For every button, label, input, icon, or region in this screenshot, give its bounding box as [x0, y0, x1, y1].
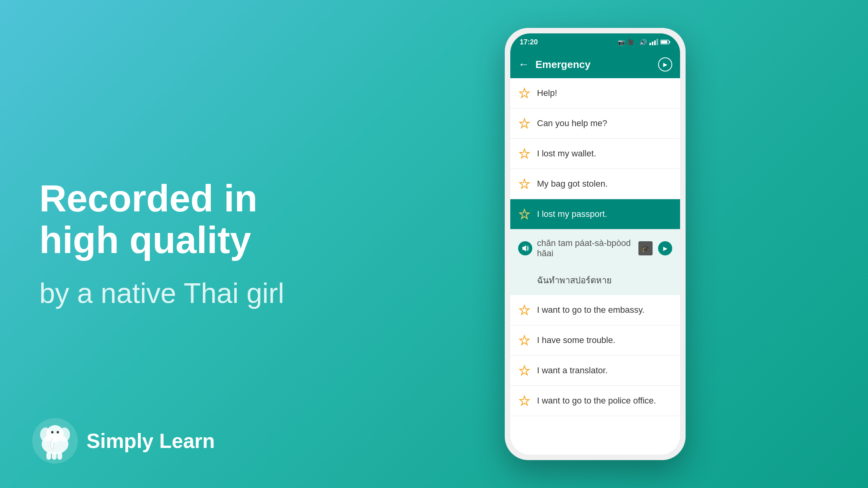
- play-icon[interactable]: ▶: [658, 241, 672, 255]
- learn-icon[interactable]: 🎓: [638, 241, 653, 255]
- header-title: Emergency: [535, 59, 658, 71]
- logo-text: Simply Learn: [86, 429, 215, 453]
- svg-rect-8: [52, 452, 57, 460]
- pronunciation-text: chăn tam páat-sà-bpòod hăai: [537, 238, 638, 259]
- action-icons: 🎓 ▶: [638, 241, 672, 255]
- svg-rect-11: [652, 42, 653, 45]
- phrases-list[interactable]: Help! Can you help me? I lost my wallet.: [510, 78, 680, 455]
- list-item[interactable]: I want to go to the police office.: [510, 386, 680, 416]
- star-icon: [518, 334, 531, 347]
- status-icons: 📷 🎥 🔊: [618, 39, 671, 46]
- svg-point-5: [51, 431, 53, 433]
- speaker-icon[interactable]: [518, 241, 532, 255]
- star-icon: [518, 117, 531, 130]
- star-icon: [518, 87, 531, 99]
- back-button[interactable]: ←: [518, 58, 529, 71]
- svg-rect-15: [669, 41, 670, 43]
- list-item[interactable]: I have some trouble.: [510, 325, 680, 356]
- phrase-text: I lost my wallet.: [537, 149, 596, 159]
- phrase-text: Can you help me?: [537, 118, 607, 128]
- phrase-text: I want to go to the police office.: [537, 396, 656, 406]
- phone-screen: 17:20 📷 🎥 🔊: [510, 33, 680, 455]
- status-time: 17:20: [520, 38, 538, 46]
- app-header: ← Emergency ▶: [510, 51, 680, 78]
- signal-icon: [649, 39, 658, 45]
- svg-rect-12: [654, 40, 656, 45]
- svg-point-6: [57, 431, 59, 433]
- list-item[interactable]: I want to go to the embassy.: [510, 295, 680, 325]
- list-item[interactable]: Can you help me?: [510, 108, 680, 139]
- main-title: Recorded in high quality: [39, 178, 257, 261]
- phrase-text: Help!: [537, 88, 557, 98]
- phrase-text: My bag got stolen.: [537, 179, 608, 189]
- svg-rect-16: [661, 41, 668, 44]
- camera-icon: 📷: [618, 39, 625, 45]
- list-item-active[interactable]: I lost my passport.: [510, 199, 680, 229]
- svg-rect-13: [657, 39, 658, 45]
- video-icon: 🎥: [627, 39, 634, 45]
- svg-point-3: [40, 427, 51, 442]
- right-panel: 17:20 📷 🎥 🔊: [322, 0, 868, 488]
- battery-icon: [660, 39, 671, 45]
- list-item[interactable]: My bag got stolen.: [510, 169, 680, 199]
- svg-point-4: [59, 427, 70, 442]
- svg-rect-7: [46, 452, 51, 460]
- volume-icon: 🔊: [639, 39, 647, 46]
- phrase-text: I want a translator.: [537, 365, 608, 376]
- thai-text: ฉันทำพาสปอร์ตหาย: [510, 267, 680, 295]
- phrase-text: I have some trouble.: [537, 335, 615, 345]
- volume-icon: [521, 244, 529, 252]
- list-item[interactable]: I want a translator.: [510, 356, 680, 386]
- elephant-logo-icon: [31, 417, 79, 464]
- left-panel: Recorded in high quality by a native Tha…: [0, 0, 322, 488]
- play-all-button[interactable]: ▶: [658, 57, 672, 72]
- star-icon: [518, 147, 531, 160]
- svg-marker-17: [522, 245, 526, 251]
- svg-rect-9: [57, 452, 62, 460]
- phrase-text-active: I lost my passport.: [537, 209, 607, 219]
- phone-mockup: 17:20 📷 🎥 🔊: [505, 28, 686, 460]
- pronunciation-main-row: chăn tam páat-sà-bpòod hăai 🎓 ▶: [510, 229, 680, 267]
- svg-rect-10: [649, 43, 651, 45]
- list-item[interactable]: Help!: [510, 78, 680, 108]
- status-bar: 17:20 📷 🎥 🔊: [510, 33, 680, 51]
- phrase-text: I want to go to the embassy.: [537, 305, 645, 315]
- subtitle: by a native Thai girl: [39, 276, 284, 310]
- star-icon: [518, 304, 531, 316]
- logo-area: Simply Learn: [31, 417, 215, 464]
- expanded-phrase-item: chăn tam páat-sà-bpòod hăai 🎓 ▶: [510, 229, 680, 295]
- star-icon: [518, 178, 531, 190]
- star-icon-active: [518, 208, 531, 220]
- list-item[interactable]: I lost my wallet.: [510, 139, 680, 169]
- star-icon: [518, 364, 531, 377]
- star-icon: [518, 394, 531, 407]
